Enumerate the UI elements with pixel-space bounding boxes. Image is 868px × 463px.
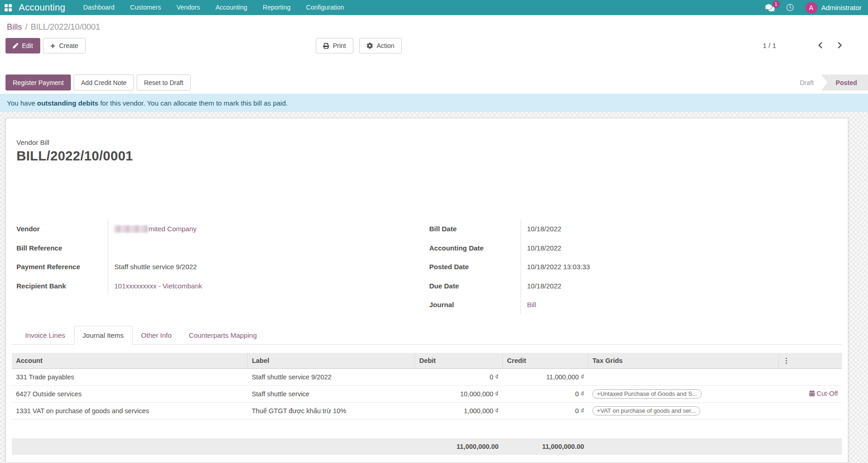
apps-grid-icon[interactable] — [5, 4, 12, 11]
journal-link[interactable]: Bill — [527, 301, 536, 309]
menu-customers[interactable]: Customers — [122, 0, 169, 15]
pager-next-button[interactable] — [835, 41, 845, 50]
cell-credit: 0 ₫ — [503, 385, 588, 402]
table-row[interactable]: 331 Trade payables Staff shuttle service… — [12, 368, 842, 385]
user-name: Administrator — [821, 4, 862, 11]
cell-tax-grids: +Untaxed Purchase of Goods and S... — [588, 385, 779, 402]
field-group-right: Bill Date 10/18/2022 Accounting Date 10/… — [429, 219, 842, 314]
breadcrumb: Bills/BILL/2022/10/0001 — [7, 22, 863, 33]
payment-reference-label: Payment Reference — [16, 263, 108, 271]
statusbar: Register Payment Add Credit Note Reset t… — [0, 75, 868, 90]
status-draft[interactable]: Draft — [793, 75, 821, 90]
menu-reporting[interactable]: Reporting — [255, 0, 298, 15]
tab-counterparts-mapping[interactable]: Counterparts Mapping — [180, 326, 265, 345]
messages-count-badge: 1 — [772, 0, 780, 8]
chevron-left-icon — [817, 42, 823, 49]
bill-reference-value — [108, 239, 429, 258]
pager-count: 1 / 1 — [763, 42, 776, 49]
breadcrumb-bills-link[interactable]: Bills — [7, 22, 22, 32]
cell-tax-grids: +VAT on purchase of goods and ser... — [588, 402, 779, 419]
field-recipient-bank: Recipient Bank 101xxxxxxxxx - Vietcomban… — [16, 277, 429, 296]
chevron-right-icon — [837, 42, 843, 49]
journal-items-table: Account Label Debit Credit Tax Grids ⋮ 3… — [12, 353, 842, 455]
optional-columns-toggle-icon[interactable]: ⋮ — [778, 353, 842, 369]
journal-label: Journal — [429, 301, 521, 309]
main-menu: Dashboard Customers Vendors Accounting R… — [75, 0, 352, 15]
column-header-account[interactable]: Account — [12, 353, 248, 369]
cell-tax-grids — [588, 368, 779, 385]
status-posted[interactable]: Posted — [821, 75, 868, 90]
tax-grid-tag: +Untaxed Purchase of Goods and S... — [592, 389, 702, 399]
breadcrumb-current: BILL/2022/10/0001 — [31, 22, 100, 32]
menu-dashboard[interactable]: Dashboard — [75, 0, 122, 15]
column-header-label[interactable]: Label — [248, 353, 415, 369]
bill-date-label: Bill Date — [429, 225, 521, 233]
tab-invoice-lines[interactable]: Invoice Lines — [16, 326, 74, 345]
due-date-label: Due Date — [429, 282, 521, 290]
register-payment-button[interactable]: Register Payment — [5, 75, 71, 90]
alert-text-prefix: You have — [7, 99, 35, 107]
control-panel: Bills/BILL/2022/10/0001 Edit Create Prin… — [0, 15, 868, 53]
menu-accounting[interactable]: Accounting — [208, 0, 255, 15]
field-accounting-date: Accounting Date 10/18/2022 — [429, 239, 842, 258]
activities-icon[interactable] — [786, 3, 794, 12]
cell-account: 6427 Outside services — [12, 385, 248, 402]
add-credit-note-button[interactable]: Add Credit Note — [74, 75, 134, 90]
cut-off-button[interactable]: Cut-Off — [809, 390, 838, 397]
column-header-debit[interactable]: Debit — [415, 353, 503, 369]
recipient-bank-link[interactable]: 101xxxxxxxxx - Vietcombank — [114, 282, 202, 290]
bill-date-value: 10/18/2022 — [521, 219, 842, 239]
user-menu[interactable]: A Administrator — [805, 2, 862, 14]
pencil-icon — [13, 43, 18, 48]
column-header-tax-grids[interactable]: Tax Grids — [588, 353, 779, 369]
messages-icon[interactable]: 1 — [765, 4, 775, 12]
cell-label: Thuế GTGT được khấu trừ 10% — [248, 402, 415, 419]
print-button[interactable]: Print — [316, 38, 353, 53]
pager-previous-button[interactable] — [815, 41, 825, 50]
menu-vendors[interactable]: Vendors — [169, 0, 208, 15]
top-navbar: Accounting Dashboard Customers Vendors A… — [0, 0, 868, 15]
posted-date-label: Posted Date — [429, 263, 521, 271]
cut-off-label: Cut-Off — [817, 390, 838, 397]
vendor-link[interactable]: mited Company — [149, 225, 197, 233]
action-button[interactable]: Action — [359, 38, 402, 53]
accounting-date-value: 10/18/2022 — [521, 239, 842, 258]
field-journal: Journal Bill — [429, 295, 842, 314]
total-debit: 11,000,000.00 — [415, 438, 503, 455]
breadcrumb-separator: / — [25, 22, 27, 32]
field-due-date: Due Date 10/18/2022 — [429, 277, 842, 296]
calendar-icon — [809, 390, 815, 396]
recipient-bank-label: Recipient Bank — [16, 282, 108, 290]
action-button-label: Action — [377, 42, 394, 49]
avatar: A — [805, 2, 817, 14]
app-title[interactable]: Accounting — [19, 2, 65, 13]
edit-button[interactable]: Edit — [5, 38, 40, 53]
create-button[interactable]: Create — [43, 38, 85, 53]
tax-grid-tag: +VAT on purchase of goods and ser... — [592, 406, 700, 415]
accounting-date-label: Accounting Date — [429, 244, 521, 252]
menu-configuration[interactable]: Configuration — [298, 0, 352, 15]
table-row[interactable]: 6427 Outside services Staff shuttle serv… — [12, 385, 842, 402]
document-type-label: Vendor Bill — [16, 138, 842, 146]
tab-other-info[interactable]: Other Info — [133, 326, 181, 345]
bill-sheet: Vendor Bill BILL/2022/10/0001 Vendor mit… — [5, 118, 848, 463]
cell-account: 1331 VAT on purchase of goods and servic… — [12, 402, 248, 419]
cell-extra — [778, 402, 842, 419]
status-widget: Draft Posted — [793, 75, 868, 90]
alert-text-suffix: for this vendor. You can allocate them t… — [100, 99, 288, 107]
reset-to-draft-button[interactable]: Reset to Draft — [137, 75, 191, 90]
table-row[interactable]: 1331 VAT on purchase of goods and servic… — [12, 402, 842, 419]
column-header-credit[interactable]: Credit — [503, 353, 588, 369]
cell-debit: 0 ₫ — [415, 368, 503, 385]
cell-account: 331 Trade payables — [12, 368, 248, 385]
vendor-blurred-text — [114, 225, 148, 233]
payment-reference-value: Staff shuttle service 9/2022 — [108, 257, 429, 277]
create-button-label: Create — [59, 42, 78, 49]
tab-journal-items[interactable]: Journal Items — [74, 326, 133, 345]
field-vendor: Vendor mited Company — [16, 219, 429, 239]
field-bill-date: Bill Date 10/18/2022 — [429, 219, 842, 239]
vendor-label: Vendor — [16, 225, 108, 233]
cell-label: Staff shuttle service — [248, 385, 415, 402]
field-group-left: Vendor mited Company Bill Reference Paym… — [16, 219, 429, 314]
cell-label: Staff shuttle service 9/2022 — [248, 368, 415, 385]
